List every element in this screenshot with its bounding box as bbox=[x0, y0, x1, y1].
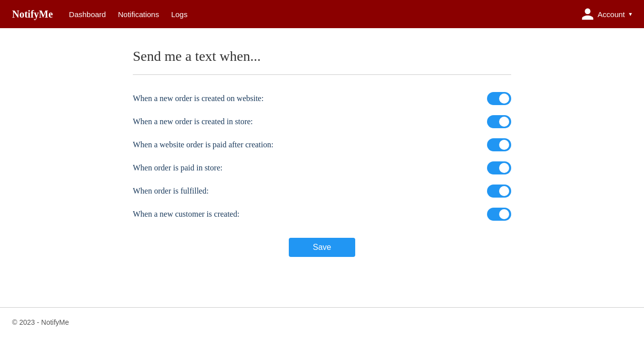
account-icon bbox=[581, 7, 595, 21]
nav-link-dashboard[interactable]: Dashboard bbox=[69, 10, 106, 19]
notifications-list: When a new order is created on website:W… bbox=[133, 87, 511, 226]
nav-account[interactable]: Account ▾ bbox=[581, 7, 632, 21]
toggle-website-order-paid[interactable] bbox=[487, 138, 511, 151]
notification-label-order-fulfilled: When order is fulfilled: bbox=[133, 187, 209, 196]
nav-brand[interactable]: NotifyMe bbox=[12, 9, 53, 20]
toggle-slider-new-customer bbox=[487, 208, 511, 221]
notification-row-order-fulfilled: When order is fulfilled: bbox=[133, 179, 511, 203]
account-label: Account bbox=[598, 10, 625, 19]
notification-label-website-order-paid: When a website order is paid after creat… bbox=[133, 140, 273, 149]
divider bbox=[133, 74, 511, 75]
nav-left: NotifyMe Dashboard Notifications Logs bbox=[12, 9, 188, 20]
notification-row-new-customer: When a new customer is created: bbox=[133, 203, 511, 226]
page-title: Send me a text when... bbox=[133, 48, 511, 64]
toggle-new-customer[interactable] bbox=[487, 208, 511, 221]
toggle-slider-order-fulfilled bbox=[487, 185, 511, 198]
toggle-order-fulfilled[interactable] bbox=[487, 185, 511, 198]
toggle-slider-order-paid-store bbox=[487, 161, 511, 174]
navbar: NotifyMe Dashboard Notifications Logs Ac… bbox=[0, 0, 644, 28]
save-btn-wrapper: Save bbox=[133, 238, 511, 257]
toggle-order-paid-store[interactable] bbox=[487, 161, 511, 174]
toggle-new-order-store[interactable] bbox=[487, 115, 511, 128]
notification-row-order-paid-store: When order is paid in store: bbox=[133, 156, 511, 179]
notification-label-order-paid-store: When order is paid in store: bbox=[133, 163, 222, 172]
notification-row-website-order-paid: When a website order is paid after creat… bbox=[133, 133, 511, 156]
footer: © 2023 - NotifyMe bbox=[0, 307, 644, 337]
nav-link-logs[interactable]: Logs bbox=[171, 10, 188, 19]
notification-label-new-customer: When a new customer is created: bbox=[133, 210, 239, 219]
notification-label-new-order-website: When a new order is created on website: bbox=[133, 94, 264, 103]
toggle-slider-new-order-website bbox=[487, 92, 511, 105]
nav-link-notifications[interactable]: Notifications bbox=[118, 10, 159, 19]
notification-row-new-order-store: When a new order is created in store: bbox=[133, 110, 511, 133]
main-content: Send me a text when... When a new order … bbox=[121, 28, 523, 277]
save-button[interactable]: Save bbox=[289, 238, 355, 257]
nav-links: Dashboard Notifications Logs bbox=[69, 10, 188, 19]
toggle-slider-website-order-paid bbox=[487, 138, 511, 151]
toggle-new-order-website[interactable] bbox=[487, 92, 511, 105]
notification-row-new-order-website: When a new order is created on website: bbox=[133, 87, 511, 110]
notification-label-new-order-store: When a new order is created in store: bbox=[133, 117, 253, 126]
dropdown-arrow-icon: ▾ bbox=[629, 11, 632, 18]
footer-text: © 2023 - NotifyMe bbox=[12, 318, 69, 326]
toggle-slider-new-order-store bbox=[487, 115, 511, 128]
